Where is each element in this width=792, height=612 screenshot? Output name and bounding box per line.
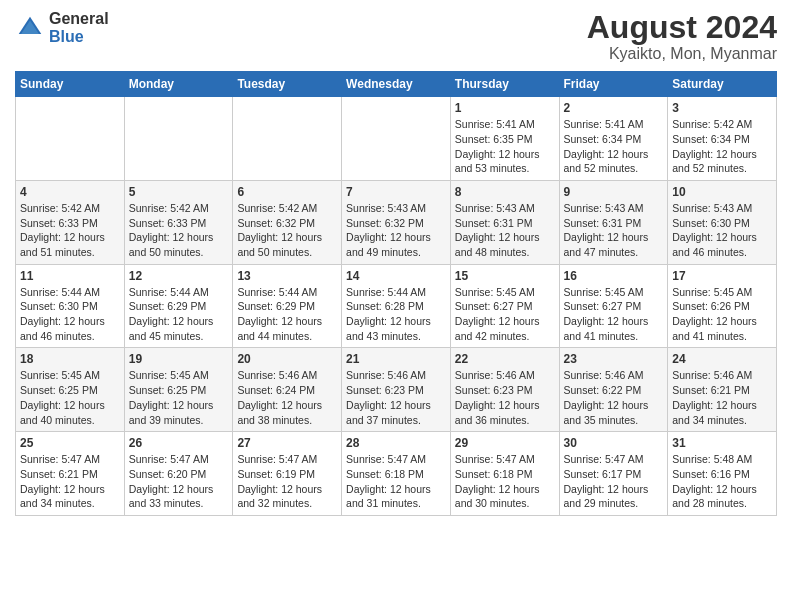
calendar-day-cell: 6Sunrise: 5:42 AM Sunset: 6:32 PM Daylig… [233, 180, 342, 264]
logo-icon [15, 13, 45, 43]
day-number: 11 [20, 269, 120, 283]
day-number: 16 [564, 269, 664, 283]
calendar-day-cell: 16Sunrise: 5:45 AM Sunset: 6:27 PM Dayli… [559, 264, 668, 348]
calendar-day-cell [233, 97, 342, 181]
calendar-day-cell: 31Sunrise: 5:48 AM Sunset: 6:16 PM Dayli… [668, 432, 777, 516]
day-number: 6 [237, 185, 337, 199]
logo-text: General Blue [49, 10, 109, 46]
col-monday: Monday [124, 72, 233, 97]
day-number: 22 [455, 352, 555, 366]
day-info: Sunrise: 5:47 AM Sunset: 6:20 PM Dayligh… [129, 452, 229, 511]
day-number: 23 [564, 352, 664, 366]
day-info: Sunrise: 5:44 AM Sunset: 6:29 PM Dayligh… [129, 285, 229, 344]
day-info: Sunrise: 5:48 AM Sunset: 6:16 PM Dayligh… [672, 452, 772, 511]
calendar-day-cell: 9Sunrise: 5:43 AM Sunset: 6:31 PM Daylig… [559, 180, 668, 264]
day-info: Sunrise: 5:43 AM Sunset: 6:31 PM Dayligh… [455, 201, 555, 260]
day-number: 5 [129, 185, 229, 199]
day-info: Sunrise: 5:42 AM Sunset: 6:33 PM Dayligh… [129, 201, 229, 260]
calendar-day-cell: 25Sunrise: 5:47 AM Sunset: 6:21 PM Dayli… [16, 432, 125, 516]
day-info: Sunrise: 5:43 AM Sunset: 6:31 PM Dayligh… [564, 201, 664, 260]
day-number: 4 [20, 185, 120, 199]
day-number: 25 [20, 436, 120, 450]
calendar-day-cell: 20Sunrise: 5:46 AM Sunset: 6:24 PM Dayli… [233, 348, 342, 432]
day-info: Sunrise: 5:46 AM Sunset: 6:24 PM Dayligh… [237, 368, 337, 427]
calendar-week-row: 11Sunrise: 5:44 AM Sunset: 6:30 PM Dayli… [16, 264, 777, 348]
day-number: 27 [237, 436, 337, 450]
calendar: Sunday Monday Tuesday Wednesday Thursday… [15, 71, 777, 516]
calendar-week-row: 4Sunrise: 5:42 AM Sunset: 6:33 PM Daylig… [16, 180, 777, 264]
day-number: 24 [672, 352, 772, 366]
day-number: 29 [455, 436, 555, 450]
subtitle: Kyaikto, Mon, Myanmar [587, 45, 777, 63]
day-number: 14 [346, 269, 446, 283]
calendar-week-row: 25Sunrise: 5:47 AM Sunset: 6:21 PM Dayli… [16, 432, 777, 516]
day-info: Sunrise: 5:41 AM Sunset: 6:35 PM Dayligh… [455, 117, 555, 176]
calendar-day-cell: 10Sunrise: 5:43 AM Sunset: 6:30 PM Dayli… [668, 180, 777, 264]
day-info: Sunrise: 5:43 AM Sunset: 6:32 PM Dayligh… [346, 201, 446, 260]
day-info: Sunrise: 5:46 AM Sunset: 6:21 PM Dayligh… [672, 368, 772, 427]
logo-blue: Blue [49, 28, 84, 45]
calendar-day-cell: 28Sunrise: 5:47 AM Sunset: 6:18 PM Dayli… [342, 432, 451, 516]
day-number: 1 [455, 101, 555, 115]
calendar-day-cell: 11Sunrise: 5:44 AM Sunset: 6:30 PM Dayli… [16, 264, 125, 348]
day-info: Sunrise: 5:45 AM Sunset: 6:25 PM Dayligh… [20, 368, 120, 427]
day-number: 13 [237, 269, 337, 283]
day-info: Sunrise: 5:42 AM Sunset: 6:32 PM Dayligh… [237, 201, 337, 260]
calendar-day-cell: 1Sunrise: 5:41 AM Sunset: 6:35 PM Daylig… [450, 97, 559, 181]
calendar-day-cell: 18Sunrise: 5:45 AM Sunset: 6:25 PM Dayli… [16, 348, 125, 432]
day-number: 18 [20, 352, 120, 366]
day-number: 28 [346, 436, 446, 450]
day-info: Sunrise: 5:41 AM Sunset: 6:34 PM Dayligh… [564, 117, 664, 176]
day-info: Sunrise: 5:46 AM Sunset: 6:23 PM Dayligh… [455, 368, 555, 427]
day-number: 7 [346, 185, 446, 199]
day-number: 26 [129, 436, 229, 450]
day-number: 2 [564, 101, 664, 115]
day-number: 20 [237, 352, 337, 366]
logo: General Blue [15, 10, 109, 46]
calendar-day-cell: 3Sunrise: 5:42 AM Sunset: 6:34 PM Daylig… [668, 97, 777, 181]
day-number: 21 [346, 352, 446, 366]
calendar-day-cell: 15Sunrise: 5:45 AM Sunset: 6:27 PM Dayli… [450, 264, 559, 348]
calendar-week-row: 18Sunrise: 5:45 AM Sunset: 6:25 PM Dayli… [16, 348, 777, 432]
calendar-day-cell: 14Sunrise: 5:44 AM Sunset: 6:28 PM Dayli… [342, 264, 451, 348]
calendar-day-cell: 19Sunrise: 5:45 AM Sunset: 6:25 PM Dayli… [124, 348, 233, 432]
day-number: 15 [455, 269, 555, 283]
day-info: Sunrise: 5:44 AM Sunset: 6:28 PM Dayligh… [346, 285, 446, 344]
day-info: Sunrise: 5:44 AM Sunset: 6:30 PM Dayligh… [20, 285, 120, 344]
day-number: 9 [564, 185, 664, 199]
col-thursday: Thursday [450, 72, 559, 97]
calendar-day-cell: 23Sunrise: 5:46 AM Sunset: 6:22 PM Dayli… [559, 348, 668, 432]
day-info: Sunrise: 5:47 AM Sunset: 6:17 PM Dayligh… [564, 452, 664, 511]
calendar-day-cell: 5Sunrise: 5:42 AM Sunset: 6:33 PM Daylig… [124, 180, 233, 264]
day-info: Sunrise: 5:42 AM Sunset: 6:34 PM Dayligh… [672, 117, 772, 176]
calendar-week-row: 1Sunrise: 5:41 AM Sunset: 6:35 PM Daylig… [16, 97, 777, 181]
day-info: Sunrise: 5:47 AM Sunset: 6:19 PM Dayligh… [237, 452, 337, 511]
day-info: Sunrise: 5:42 AM Sunset: 6:33 PM Dayligh… [20, 201, 120, 260]
col-wednesday: Wednesday [342, 72, 451, 97]
day-number: 3 [672, 101, 772, 115]
day-number: 30 [564, 436, 664, 450]
day-info: Sunrise: 5:46 AM Sunset: 6:22 PM Dayligh… [564, 368, 664, 427]
calendar-day-cell: 12Sunrise: 5:44 AM Sunset: 6:29 PM Dayli… [124, 264, 233, 348]
calendar-day-cell: 17Sunrise: 5:45 AM Sunset: 6:26 PM Dayli… [668, 264, 777, 348]
calendar-header-row: Sunday Monday Tuesday Wednesday Thursday… [16, 72, 777, 97]
calendar-day-cell: 21Sunrise: 5:46 AM Sunset: 6:23 PM Dayli… [342, 348, 451, 432]
day-info: Sunrise: 5:45 AM Sunset: 6:25 PM Dayligh… [129, 368, 229, 427]
logo-general: General [49, 10, 109, 27]
header: General Blue August 2024 Kyaikto, Mon, M… [15, 10, 777, 63]
calendar-day-cell [124, 97, 233, 181]
calendar-day-cell: 30Sunrise: 5:47 AM Sunset: 6:17 PM Dayli… [559, 432, 668, 516]
calendar-day-cell: 29Sunrise: 5:47 AM Sunset: 6:18 PM Dayli… [450, 432, 559, 516]
calendar-day-cell: 13Sunrise: 5:44 AM Sunset: 6:29 PM Dayli… [233, 264, 342, 348]
calendar-day-cell: 7Sunrise: 5:43 AM Sunset: 6:32 PM Daylig… [342, 180, 451, 264]
col-tuesday: Tuesday [233, 72, 342, 97]
day-info: Sunrise: 5:43 AM Sunset: 6:30 PM Dayligh… [672, 201, 772, 260]
day-info: Sunrise: 5:45 AM Sunset: 6:26 PM Dayligh… [672, 285, 772, 344]
page-container: General Blue August 2024 Kyaikto, Mon, M… [0, 0, 792, 526]
day-info: Sunrise: 5:46 AM Sunset: 6:23 PM Dayligh… [346, 368, 446, 427]
day-info: Sunrise: 5:47 AM Sunset: 6:21 PM Dayligh… [20, 452, 120, 511]
calendar-day-cell: 24Sunrise: 5:46 AM Sunset: 6:21 PM Dayli… [668, 348, 777, 432]
main-title: August 2024 [587, 10, 777, 45]
calendar-day-cell: 27Sunrise: 5:47 AM Sunset: 6:19 PM Dayli… [233, 432, 342, 516]
day-number: 8 [455, 185, 555, 199]
